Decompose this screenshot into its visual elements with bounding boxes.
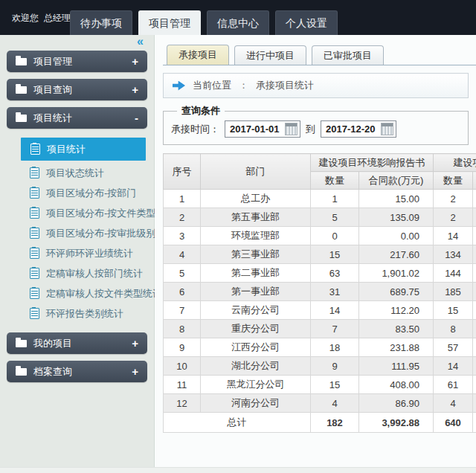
sidebar-item[interactable]: 环评报告类别统计 [0,303,154,324]
sidebar-item[interactable]: 项目区域分布-按审批级别 [0,223,154,243]
minus-icon: - [135,113,138,123]
cell-amount1: 408.00 [359,376,434,394]
sidebar-section-header[interactable]: 项目管理+ [7,51,147,72]
cell-dept: 环境监理部 [201,227,311,245]
document-icon [30,187,39,199]
cell-amount1: 83.50 [359,320,434,338]
breadcrumb-separator: ： [239,79,248,92]
cell-clipped [473,338,476,357]
cell-clipped [473,357,476,376]
sidebar-section-label: 项目统计 [33,112,72,125]
top-tab[interactable]: 信息中心 [207,10,269,35]
cell-qty2: 144 [434,264,473,283]
accept-time-label: 承接时间： [171,123,219,136]
cell-clipped [473,227,476,245]
top-tab[interactable]: 项目管理 [138,10,201,35]
cell-no: 11 [164,376,201,394]
query-row: 承接时间： 到 [171,120,460,138]
folder-icon [16,58,27,65]
sidebar-item[interactable]: 定稿审核人按文件类型统计 [0,283,154,303]
cell-qty2: 2 [434,208,473,227]
group-header-report-book: 建设项目环境影响报告书 [311,154,434,172]
plus-icon: + [132,367,138,377]
arrow-icon [173,81,185,91]
cell-amount1: 689.75 [359,283,434,301]
cell-qty1: 7 [311,320,359,338]
table-row: 2第五事业部5135.092 [164,208,476,227]
sidebar-item[interactable]: 定稿审核人按部门统计 [0,263,154,283]
table-row: 6第一事业部31689.75185 [164,283,476,301]
col-header-dept: 部门 [201,154,311,190]
plus-icon: + [132,57,138,67]
content-tab[interactable]: 承接项目 [167,45,229,65]
sidebar-item[interactable]: 项目区域分布-按文件类型 [0,203,154,223]
to-label: 到 [306,123,315,136]
content-tab[interactable]: 已审批项目 [312,45,384,65]
col-header-qty2: 数量 [434,172,473,190]
sidebar-accordion: 项目管理+项目查询+项目统计-项目统计项目状态统计项目区域分布-按部门项目区域分… [0,51,154,382]
sidebar-section-header[interactable]: 档案查询+ [7,361,147,382]
sidebar-section-label: 档案查询 [33,365,72,379]
sidebar-item[interactable]: 项目统计 [21,138,146,161]
cell-no: 4 [164,245,201,264]
table-row: 1总工办115.002 [164,190,476,208]
calendar-icon[interactable] [285,123,298,135]
sidebar-collapse-icon[interactable]: « [137,36,144,48]
sidebar-section-header[interactable]: 我的项目+ [7,332,147,354]
sidebar-collapse-row: « [0,35,154,48]
cell-qty1: 9 [311,357,359,376]
table-row: 3环境监理部00.0014 [164,227,476,245]
total-amount1: 3,992.88 [359,413,434,433]
cell-qty1: 4 [311,394,359,413]
cell-dept: 第二事业部 [201,264,311,283]
sidebar-item[interactable]: 项目状态统计 [0,163,154,183]
cell-no: 12 [164,394,201,413]
folder-icon [16,340,27,347]
document-icon [30,144,40,155]
sidebar-item[interactable]: 环评师环评业绩统计 [0,243,154,263]
breadcrumb: 当前位置 ： 承接项目统计 [163,73,469,98]
cell-clipped [473,245,476,264]
cell-qty1: 15 [311,376,359,394]
cell-qty1: 0 [311,227,359,245]
cell-amount1: 15.00 [359,190,434,208]
cell-no: 6 [164,283,201,301]
col-header-amount1: 合同款(万元) [359,172,434,190]
cell-amount1: 217.60 [359,245,434,264]
plus-icon: + [132,338,138,349]
sidebar-item-label: 项目区域分布-按文件类型 [46,207,155,220]
total-label: 总计 [164,413,311,433]
stats-table: 序号 部门 建设项目环境影响报告书 建设项目环境影响报告表 数量 合同款(万元)… [163,153,476,433]
top-bar: 欢迎您 总经理 退出 待办事项项目管理信息中心个人设置 [0,0,476,35]
top-tab[interactable]: 个人设置 [275,10,338,35]
calendar-icon[interactable] [381,123,393,135]
query-conditions-fieldset: 查询条件 承接时间： 到 [163,104,469,145]
content-tab[interactable]: 进行中项目 [234,45,306,65]
table-row: 9江西分公司18231.8857 [164,338,476,357]
cell-dept: 总工办 [201,190,311,208]
sidebar-section-header[interactable]: 项目查询+ [7,79,147,100]
sidebar-item[interactable]: 项目区域分布-按部门 [0,183,154,203]
date-to-box [321,120,396,138]
cell-qty1: 1 [311,190,359,208]
sidebar-section-label: 项目管理 [33,55,72,68]
top-tab[interactable]: 待办事项 [70,10,132,35]
cell-qty2: 15 [434,301,473,320]
cell-dept: 河南分公司 [201,394,311,413]
sidebar-section-header[interactable]: 项目统计- [7,107,147,129]
cell-clipped [473,190,476,208]
query-conditions-legend: 查询条件 [177,104,225,118]
date-from-input[interactable] [230,123,283,135]
document-icon [30,308,39,319]
cell-amount1: 112.20 [359,301,434,320]
breadcrumb-prefix: 当前位置 [193,79,231,92]
cell-clipped [473,264,476,283]
sidebar-submenu: 项目统计项目状态统计项目区域分布-按部门项目区域分布-按文件类型项目区域分布-按… [0,135,154,329]
breadcrumb-current: 承接项目统计 [256,79,314,92]
cell-qty1: 14 [311,301,359,320]
content-panel: 承接项目进行中项目已审批项目 当前位置 ： 承接项目统计 查询条件 承接时间： … [155,35,476,473]
sidebar-item-label: 项目区域分布-按部门 [46,187,136,200]
folder-icon [16,86,27,94]
cell-qty2: 14 [434,357,473,376]
date-to-input[interactable] [326,123,379,135]
